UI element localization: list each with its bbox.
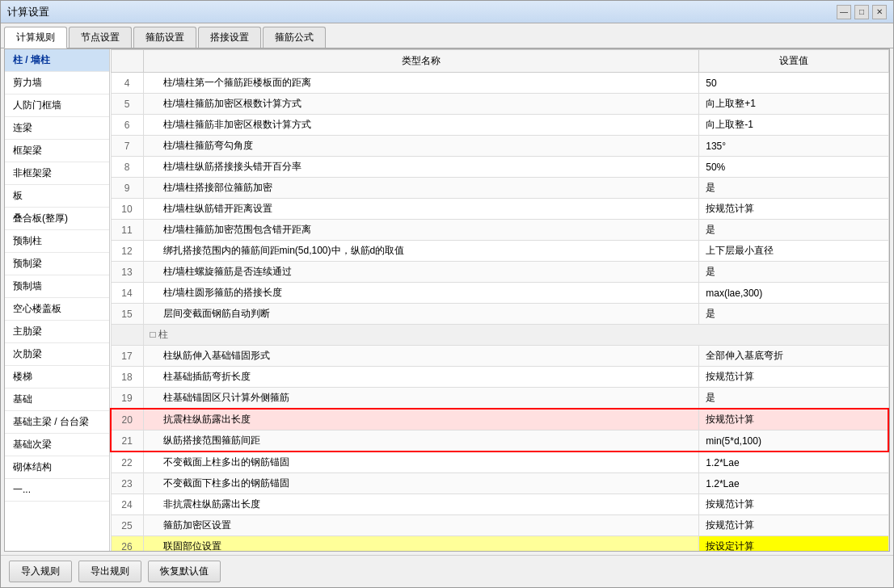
main-area: 类型名称 设置值 4柱/墙柱第一个箍筋距楼板面的距离505柱/墙柱箍筋加密区根数… — [110, 49, 889, 551]
col-name: 类型名称 — [143, 50, 699, 73]
main-content: 柱 / 墙柱剪力墙人防门框墙连梁框架梁非框架梁板叠合板(整厚)预制柱预制梁预制墙… — [4, 48, 890, 552]
table-row: 26联固部位设置按设定计算 — [111, 536, 888, 552]
table-row: 11柱/墙柱箍筋加密范围包含错开距离是 — [111, 220, 888, 241]
table-row: 9柱/墙柱搭接部位箍筋加密是 — [111, 178, 888, 199]
table-row: 8柱/墙柱纵筋搭接接头错开百分率50% — [111, 157, 888, 178]
title-bar: 计算设置 — □ ✕ — [1, 1, 893, 23]
table-row: 14柱/墙柱圆形箍筋的搭接长度max(lae,300) — [111, 283, 888, 304]
sidebar-item-15[interactable]: 基础 — [5, 388, 109, 411]
settings-table: 类型名称 设置值 4柱/墙柱第一个箍筋距楼板面的距离505柱/墙柱箍筋加密区根数… — [110, 49, 889, 551]
sidebar-item-14[interactable]: 楼梯 — [5, 366, 109, 388]
table-row: 23不变截面下柱多出的钢筋锚固1.2*Lae — [111, 473, 888, 494]
sidebar-item-10[interactable]: 预制墙 — [5, 275, 109, 298]
sidebar: 柱 / 墙柱剪力墙人防门框墙连梁框架梁非框架梁板叠合板(整厚)预制柱预制梁预制墙… — [5, 49, 110, 551]
sidebar-item-1[interactable]: 剪力墙 — [5, 72, 109, 94]
table-row: 25箍筋加密区设置按规范计算 — [111, 515, 888, 536]
footer-btn-0[interactable]: 导入规则 — [9, 561, 72, 582]
table-row: 19柱基础锚固区只计算外侧箍筋是 — [111, 388, 888, 410]
sidebar-item-4[interactable]: 框架梁 — [5, 140, 109, 162]
sidebar-item-17[interactable]: 基础次梁 — [5, 434, 109, 456]
footer-btn-1[interactable]: 导出规则 — [78, 561, 141, 582]
sidebar-item-2[interactable]: 人防门框墙 — [5, 94, 109, 117]
table-row: 6柱/墙柱箍筋非加密区根数计算方式向上取整-1 — [111, 115, 888, 136]
sidebar-item-3[interactable]: 连梁 — [5, 117, 109, 140]
maximize-button[interactable]: □ — [854, 5, 869, 19]
table-row: 15层间变截面钢筋自动判断是 — [111, 304, 888, 325]
table-row: 13柱/墙柱螺旋箍筋是否连续通过是 — [111, 262, 888, 283]
tab-4[interactable]: 箍筋公式 — [263, 27, 326, 48]
tab-2[interactable]: 箍筋设置 — [133, 27, 196, 48]
tab-3[interactable]: 搭接设置 — [198, 27, 261, 48]
title-controls: — □ ✕ — [837, 5, 887, 19]
table-container: 类型名称 设置值 4柱/墙柱第一个箍筋距楼板面的距离505柱/墙柱箍筋加密区根数… — [110, 49, 889, 551]
footer-btn-2[interactable]: 恢复默认值 — [148, 561, 221, 582]
table-row: 5柱/墙柱箍筋加密区根数计算方式向上取整+1 — [111, 94, 888, 115]
tab-1[interactable]: 节点设置 — [69, 27, 132, 48]
table-row: 22不变截面上柱多出的钢筋锚固1.2*Lae — [111, 452, 888, 473]
table-row: 10柱/墙柱纵筋错开距离设置按规范计算 — [111, 199, 888, 220]
minimize-button[interactable]: — — [837, 5, 851, 19]
tab-bar: 计算规则节点设置箍筋设置搭接设置箍筋公式 — [1, 23, 893, 48]
footer: 导入规则导出规则恢复默认值 — [1, 555, 893, 587]
sidebar-item-7[interactable]: 叠合板(整厚) — [5, 208, 109, 230]
sidebar-item-16[interactable]: 基础主梁 / 台台梁 — [5, 411, 109, 434]
sidebar-item-18[interactable]: 砌体结构 — [5, 456, 109, 479]
sidebar-item-12[interactable]: 主肋梁 — [5, 321, 109, 343]
sidebar-item-19[interactable]: 一... — [5, 479, 109, 502]
table-row: 4柱/墙柱第一个箍筋距楼板面的距离50 — [111, 73, 888, 94]
sidebar-item-0[interactable]: 柱 / 墙柱 — [5, 49, 109, 72]
table-row: 21纵筋搭接范围箍筋间距min(5*d,100) — [111, 430, 888, 452]
table-row: 7柱/墙柱箍筋弯勾角度135° — [111, 136, 888, 157]
sidebar-item-5[interactable]: 非框架梁 — [5, 162, 109, 185]
col-value: 设置值 — [699, 50, 888, 73]
table-row: 24非抗震柱纵筋露出长度按规范计算 — [111, 494, 888, 515]
sidebar-item-9[interactable]: 预制梁 — [5, 253, 109, 275]
close-button[interactable]: ✕ — [872, 5, 887, 19]
main-window: 计算设置 — □ ✕ 计算规则节点设置箍筋设置搭接设置箍筋公式 柱 / 墙柱剪力… — [0, 0, 894, 588]
table-row: □ 柱 — [111, 325, 888, 346]
col-num — [111, 50, 143, 73]
sidebar-item-13[interactable]: 次肋梁 — [5, 343, 109, 366]
window-title: 计算设置 — [7, 5, 49, 19]
sidebar-item-11[interactable]: 空心楼盖板 — [5, 298, 109, 321]
table-row: 18柱基础插筋弯折长度按规范计算 — [111, 367, 888, 388]
table-row: 12绑扎搭接范围内的箍筋间距min(5d,100)中，纵筋d的取值上下层最小直径 — [111, 241, 888, 262]
sidebar-item-6[interactable]: 板 — [5, 185, 109, 208]
tab-0[interactable]: 计算规则 — [4, 27, 67, 48]
table-row: 17柱纵筋伸入基础锚固形式全部伸入基底弯折 — [111, 346, 888, 367]
table-row: 20抗震柱纵筋露出长度按规范计算 — [111, 409, 888, 430]
sidebar-item-8[interactable]: 预制柱 — [5, 230, 109, 253]
